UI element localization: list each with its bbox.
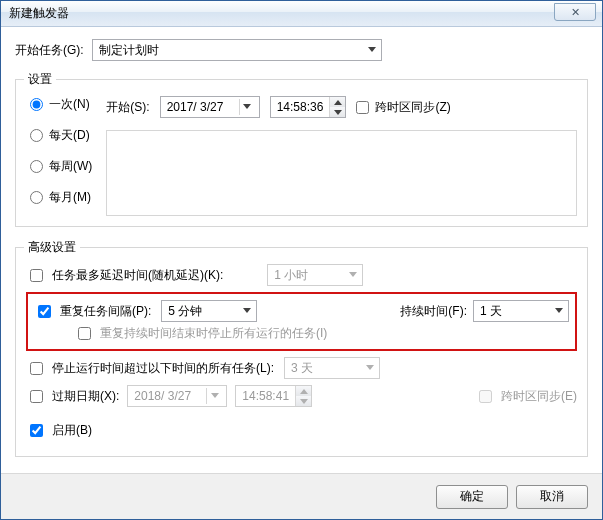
- radio-weekly-label: 每周(W): [49, 158, 92, 175]
- expire-date-value: 2018/ 3/27: [134, 389, 191, 403]
- enable-row: 启用(B): [26, 421, 577, 440]
- new-trigger-dialog: 新建触发器 ✕ 开始任务(G): 制定计划时 设置 一次(N): [0, 0, 603, 520]
- close-button[interactable]: ✕: [554, 3, 596, 21]
- expire-sync-label: 跨时区同步(E): [501, 388, 577, 405]
- start-date-value: 2017/ 3/27: [167, 100, 224, 114]
- start-time-spinner[interactable]: 14:58:36: [270, 96, 347, 118]
- stop-after-checkbox[interactable]: 停止运行时间超过以下时间的所有任务(L):: [26, 359, 274, 378]
- expire-sync-checkbox: 跨时区同步(E): [475, 387, 577, 406]
- ok-button-label: 确定: [460, 488, 484, 505]
- stop-after-combo: 3 天: [284, 357, 380, 379]
- advanced-fieldset: 高级设置 任务最多延迟时间(随机延迟)(K): 1 小时 重复任务间隔(P):: [15, 247, 588, 457]
- radio-weekly-input[interactable]: [30, 160, 43, 173]
- chevron-up-icon[interactable]: [330, 97, 345, 107]
- delay-label: 任务最多延迟时间(随机延迟)(K):: [52, 267, 223, 284]
- expire-checkbox-input[interactable]: [30, 390, 43, 403]
- start-task-combo[interactable]: 制定计划时: [92, 39, 382, 61]
- repeat-highlight-box: 重复任务间隔(P): 5 分钟 持续时间(F): 1 天: [26, 292, 577, 351]
- spinner-buttons[interactable]: [329, 97, 345, 117]
- expire-sync-input: [479, 390, 492, 403]
- stop-after-label: 停止运行时间超过以下时间的所有任务(L):: [52, 360, 274, 377]
- start-task-label: 开始任务(G):: [15, 42, 84, 59]
- stop-all-row: 重复持续时间结束时停止所有运行的任务(I): [34, 324, 569, 343]
- radio-once[interactable]: 一次(N): [30, 96, 92, 113]
- delay-checkbox[interactable]: 任务最多延迟时间(随机延迟)(K):: [26, 266, 223, 285]
- cancel-button-label: 取消: [540, 488, 564, 505]
- expire-time-spinner: 14:58:41: [235, 385, 312, 407]
- radio-once-label: 一次(N): [49, 96, 90, 113]
- chevron-down-icon[interactable]: [330, 107, 345, 117]
- stop-after-value: 3 天: [291, 360, 313, 377]
- repeat-interval-combo[interactable]: 5 分钟: [161, 300, 257, 322]
- close-icon: ✕: [571, 6, 580, 19]
- ok-button[interactable]: 确定: [436, 485, 508, 509]
- radio-daily-label: 每天(D): [49, 127, 90, 144]
- radio-weekly[interactable]: 每周(W): [30, 158, 92, 175]
- radio-once-input[interactable]: [30, 98, 43, 111]
- chevron-down-icon: [363, 361, 377, 375]
- enable-checkbox[interactable]: 启用(B): [26, 421, 92, 440]
- stop-all-checkbox[interactable]: 重复持续时间结束时停止所有运行的任务(I): [74, 324, 327, 343]
- expire-row: 过期日期(X): 2018/ 3/27 14:58:41 跨时区同步(E): [26, 385, 577, 407]
- enable-label: 启用(B): [52, 422, 92, 439]
- delay-value: 1 小时: [274, 267, 308, 284]
- cancel-button[interactable]: 取消: [516, 485, 588, 509]
- repeat-checkbox[interactable]: 重复任务间隔(P):: [34, 302, 151, 321]
- duration-value: 1 天: [480, 303, 502, 320]
- chevron-down-icon: [365, 43, 379, 57]
- radio-monthly-label: 每月(M): [49, 189, 91, 206]
- dialog-content: 开始任务(G): 制定计划时 设置 一次(N) 每天(D: [1, 27, 602, 473]
- schedule-detail-panel: [106, 130, 577, 216]
- sync-timezone-input[interactable]: [356, 101, 369, 114]
- expire-time-value: 14:58:41: [236, 389, 295, 403]
- start-task-value: 制定计划时: [99, 42, 159, 59]
- stop-all-label: 重复持续时间结束时停止所有运行的任务(I): [100, 325, 327, 342]
- start-time-value: 14:58:36: [271, 100, 330, 114]
- settings-legend: 设置: [24, 71, 56, 88]
- radio-daily-input[interactable]: [30, 129, 43, 142]
- stop-all-checkbox-input[interactable]: [78, 327, 91, 340]
- sync-timezone-label: 跨时区同步(Z): [375, 99, 450, 116]
- chevron-down-icon: [296, 396, 311, 406]
- repeat-checkbox-input[interactable]: [38, 305, 51, 318]
- expire-label: 过期日期(X):: [52, 388, 119, 405]
- start-date-picker[interactable]: 2017/ 3/27: [160, 96, 260, 118]
- chevron-down-icon: [239, 99, 255, 115]
- radio-monthly[interactable]: 每月(M): [30, 189, 92, 206]
- stop-after-checkbox-input[interactable]: [30, 362, 43, 375]
- advanced-legend: 高级设置: [24, 239, 80, 256]
- repeat-row: 重复任务间隔(P): 5 分钟 持续时间(F): 1 天: [34, 300, 569, 322]
- delay-checkbox-input[interactable]: [30, 269, 43, 282]
- chevron-down-icon: [240, 304, 254, 318]
- spinner-buttons: [295, 386, 311, 406]
- repeat-value: 5 分钟: [168, 303, 202, 320]
- dialog-footer: 确定 取消: [1, 473, 602, 519]
- delay-combo: 1 小时: [267, 264, 363, 286]
- sync-timezone-checkbox[interactable]: 跨时区同步(Z): [356, 99, 450, 116]
- start-datetime-row: 开始(S): 2017/ 3/27 14:58:36: [106, 90, 577, 118]
- repeat-label: 重复任务间隔(P):: [60, 303, 151, 320]
- stop-after-row: 停止运行时间超过以下时间的所有任务(L): 3 天: [26, 357, 577, 379]
- settings-fieldset: 设置 一次(N) 每天(D) 每周(W): [15, 79, 588, 227]
- start-label: 开始(S):: [106, 99, 149, 116]
- start-task-row: 开始任务(G): 制定计划时: [15, 39, 588, 61]
- radio-monthly-input[interactable]: [30, 191, 43, 204]
- chevron-down-icon: [206, 388, 222, 404]
- titlebar: 新建触发器 ✕: [1, 1, 602, 27]
- duration-label: 持续时间(F):: [400, 303, 467, 320]
- radio-daily[interactable]: 每天(D): [30, 127, 92, 144]
- chevron-up-icon: [296, 386, 311, 396]
- duration-combo[interactable]: 1 天: [473, 300, 569, 322]
- chevron-down-icon: [552, 304, 566, 318]
- dialog-title: 新建触发器: [9, 5, 69, 22]
- expire-date-picker: 2018/ 3/27: [127, 385, 227, 407]
- expire-checkbox[interactable]: 过期日期(X):: [26, 387, 119, 406]
- delay-row: 任务最多延迟时间(随机延迟)(K): 1 小时: [26, 264, 577, 286]
- settings-right-col: 开始(S): 2017/ 3/27 14:58:36: [106, 90, 577, 216]
- enable-checkbox-input[interactable]: [30, 424, 43, 437]
- chevron-down-icon: [346, 268, 360, 282]
- frequency-radio-group: 一次(N) 每天(D) 每周(W) 每月(M): [26, 90, 92, 216]
